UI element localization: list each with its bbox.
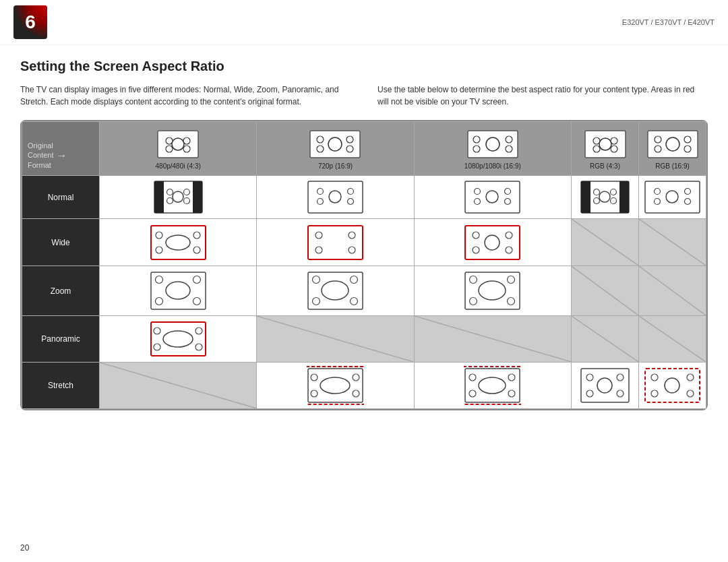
diagram-normal-720 xyxy=(307,179,364,216)
chapter-number: 6 xyxy=(25,11,36,33)
cell-stretch-720 xyxy=(257,363,414,409)
cell-zoom-rgb169 xyxy=(639,266,706,316)
svg-rect-138 xyxy=(645,369,700,402)
diag-svg3 xyxy=(572,266,638,315)
row-zoom: Zoom xyxy=(22,266,706,316)
diagram-wide-1080 xyxy=(464,222,521,263)
svg-line-117 xyxy=(100,363,256,408)
svg-rect-52 xyxy=(619,181,629,213)
cell-pano-rgb169 xyxy=(639,316,706,363)
diagram-stretch-720 xyxy=(307,365,364,406)
cell-wide-rgb43 xyxy=(572,219,639,266)
cell-wide-720 xyxy=(257,219,414,266)
svg-line-115 xyxy=(572,316,638,362)
svg-line-116 xyxy=(639,316,706,362)
svg-rect-98 xyxy=(465,272,520,309)
col-header-rgb169: RGB (16:9) xyxy=(639,122,706,176)
diagram-zoom-1080 xyxy=(464,269,521,313)
cell-wide-rgb169 xyxy=(639,219,706,266)
diagram-header-480 xyxy=(154,127,202,161)
col-label-1080: 1080p/1080i (16:9) xyxy=(417,162,568,170)
diagram-stretch-rgb169 xyxy=(644,365,701,406)
diagram-normal-rgb43 xyxy=(580,179,630,216)
svg-rect-118 xyxy=(308,369,363,402)
row-stretch: Stretch xyxy=(22,363,706,409)
col-header-480: 480p/480i (4:3) xyxy=(100,122,257,176)
col-header-720: 720p (16:9) xyxy=(257,122,414,176)
chapter-badge: 6 xyxy=(13,5,47,39)
cell-pano-rgb43 xyxy=(572,316,639,363)
diagram-pano-480 xyxy=(150,319,207,359)
svg-rect-38 xyxy=(308,181,363,213)
diagram-wide-480 xyxy=(150,222,207,263)
svg-rect-91 xyxy=(308,272,363,309)
diag-svg9 xyxy=(100,363,256,408)
svg-rect-44 xyxy=(465,181,520,213)
cell-zoom-1080 xyxy=(414,266,571,316)
diagram-stretch-rgb43 xyxy=(580,365,630,406)
header: 6 E320VT / E370VT / E420VT xyxy=(0,0,728,45)
col-label-rgb169: RGB (16:9) xyxy=(642,162,703,170)
diagram-header-1080 xyxy=(466,127,520,161)
cell-normal-1080 xyxy=(414,176,571,219)
svg-line-105 xyxy=(572,266,638,315)
description-right: Use the table below to determine the bes… xyxy=(377,84,708,108)
svg-line-82 xyxy=(572,219,638,266)
diagram-header-720 xyxy=(308,127,362,161)
table-header-row: OriginalContentFormat → xyxy=(22,122,706,176)
svg-rect-107 xyxy=(151,322,206,356)
cell-pano-720 xyxy=(257,316,414,363)
svg-rect-76 xyxy=(465,226,520,259)
page-title: Setting the Screen Aspect Ratio xyxy=(20,59,708,74)
svg-line-106 xyxy=(639,266,706,315)
model-numbers: E320VT / E370VT / E420VT xyxy=(622,18,715,26)
cell-zoom-480 xyxy=(100,266,257,316)
arrow-icon: → xyxy=(57,150,67,162)
diagram-normal-480 xyxy=(153,179,204,216)
diag-svg xyxy=(572,219,638,266)
svg-rect-132 xyxy=(581,369,629,402)
cell-wide-1080 xyxy=(414,219,571,266)
cell-wide-480 xyxy=(100,219,257,266)
row-normal: Normal xyxy=(22,176,706,219)
cell-stretch-rgb169 xyxy=(639,363,706,409)
cell-normal-480 xyxy=(100,176,257,219)
diag-svg5 xyxy=(257,316,413,362)
svg-rect-0 xyxy=(158,131,198,158)
label-normal: Normal xyxy=(22,176,100,219)
page-number: 20 xyxy=(20,543,29,553)
diagram-header-rgb43 xyxy=(582,127,629,161)
cell-normal-rgb169 xyxy=(639,176,706,219)
svg-rect-64 xyxy=(151,226,206,259)
label-panoramic: Panoramic xyxy=(22,316,100,363)
diag-svg4 xyxy=(639,266,706,315)
diagram-zoom-720 xyxy=(307,269,364,313)
diagram-normal-rgb169 xyxy=(644,179,701,216)
description-row: The TV can display images in five differ… xyxy=(20,84,708,108)
description-left: The TV can display images in five differ… xyxy=(20,84,351,108)
label-wide: Wide xyxy=(22,219,100,266)
svg-rect-70 xyxy=(308,226,363,259)
cell-pano-480 xyxy=(100,316,257,363)
cell-normal-rgb43 xyxy=(572,176,639,219)
svg-line-113 xyxy=(257,316,413,362)
cell-stretch-480 xyxy=(100,363,257,409)
diag-svg7 xyxy=(572,316,638,362)
diagram-header-rgb169 xyxy=(646,127,700,161)
svg-rect-31 xyxy=(154,181,164,213)
label-stretch: Stretch xyxy=(22,363,100,409)
svg-rect-6 xyxy=(310,131,360,158)
svg-line-114 xyxy=(415,316,571,362)
svg-line-83 xyxy=(639,219,706,266)
col-label-480: 480p/480i (4:3) xyxy=(102,162,253,170)
cell-zoom-rgb43 xyxy=(572,266,639,316)
svg-rect-84 xyxy=(151,272,206,309)
page-content: Setting the Screen Aspect Ratio The TV c… xyxy=(0,45,728,424)
diagram-wide-720 xyxy=(307,222,364,263)
svg-rect-51 xyxy=(581,181,590,213)
col-label-rgb43: RGB (4:3) xyxy=(574,162,636,170)
label-zoom: Zoom xyxy=(22,266,100,316)
diag-svg8 xyxy=(639,316,706,362)
svg-rect-18 xyxy=(585,131,626,158)
row-wide: Wide xyxy=(22,219,706,266)
